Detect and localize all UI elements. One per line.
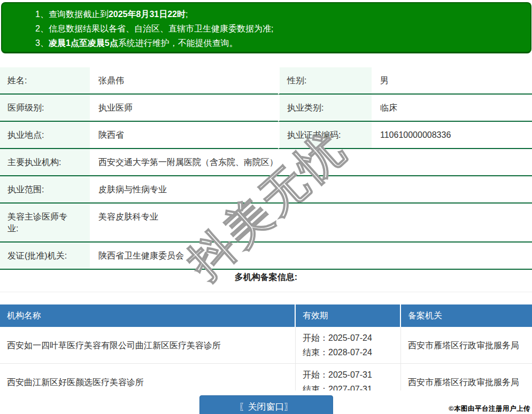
org-name-cell: 西安曲江新区好医颜选医疗美容诊所 xyxy=(0,364,296,390)
cosmetic-specialty-value: 美容皮肤科专业 xyxy=(90,204,532,243)
name-value: 张鼎伟 xyxy=(90,67,278,95)
doctor-level-label: 医师级别: xyxy=(0,95,90,122)
practice-category-value: 临床 xyxy=(372,95,532,122)
table-row: 美容主诊医师专业: 美容皮肤科专业 xyxy=(0,204,532,243)
practice-category-label: 执业类别: xyxy=(278,95,372,122)
practice-location-value: 陕西省 xyxy=(90,122,278,149)
validity-start: 开始：2025-07-31 xyxy=(303,368,396,382)
issuing-authority-label: 发证(批准)机关: xyxy=(0,243,90,270)
org-name-column-header: 机构名称 xyxy=(0,304,296,327)
doctor-level-value: 执业医师 xyxy=(90,95,278,122)
practice-scope-label: 执业范围: xyxy=(0,176,90,204)
validity-start: 开始：2025-07-24 xyxy=(303,331,396,345)
close-window-button[interactable]: 〖关闭窗口〗 xyxy=(199,395,333,414)
validity-end: 结束：2028-07-24 xyxy=(303,345,396,360)
main-org-label: 主要执业机构: xyxy=(0,149,90,176)
notice-line-2: 2、信息数据结果以各省、自治区、直辖市卫生健康委数据为准; xyxy=(35,21,530,36)
practitioner-info-table: 姓名: 张鼎伟 性别: 男 医师级别: 执业医师 执业类别: 临床 执业地点: … xyxy=(0,67,532,270)
notice-banner: 1、查询数据截止到2025年8月31日22时; 2、信息数据结果以各省、自治区、… xyxy=(1,2,531,53)
filing-authority-column-header: 备案机关 xyxy=(401,304,532,327)
table-row: 执业范围: 皮肤病与性病专业 xyxy=(0,176,532,204)
table-row: 姓名: 张鼎伟 性别: 男 xyxy=(0,67,532,95)
notice-line-3: 3、凌晨1点至凌晨5点系统进行维护，不能提供查询。 xyxy=(35,36,530,50)
certificate-number-label: 执业证书编码: xyxy=(278,122,372,149)
filing-authority-cell: 西安市雁塔区行政审批服务局 xyxy=(401,364,532,390)
divider xyxy=(0,292,532,292)
validity-end: 结束：2027-07-31 xyxy=(303,382,396,390)
filing-authority-cell: 西安市雁塔区行政审批服务局 xyxy=(401,327,532,364)
name-label: 姓名: xyxy=(0,67,90,95)
org-name-cell: 西安如一四叶草医疗美容有限公司曲江新区医疗美容诊所 xyxy=(0,327,296,364)
table-row: 西安曲江新区好医颜选医疗美容诊所 开始：2025-07-31 结束：2027-0… xyxy=(0,364,532,390)
table-row: 执业地点: 陕西省 执业证书编码: 110610000008336 xyxy=(0,122,532,149)
records-header-row: 机构名称 有效期 备案机关 xyxy=(0,304,532,327)
practice-scope-value: 皮肤病与性病专业 xyxy=(90,176,532,204)
certificate-number-value: 110610000008336 xyxy=(372,122,532,149)
gender-label: 性别: xyxy=(278,67,372,95)
table-row: 医师级别: 执业医师 执业类别: 临床 xyxy=(0,95,532,122)
records-table-viewport: 机构名称 有效期 备案机关 西安如一四叶草医疗美容有限公司曲江新区医疗美容诊所 … xyxy=(0,304,532,390)
cosmetic-specialty-label: 美容主诊医师专业: xyxy=(0,204,90,243)
validity-cell: 开始：2025-07-24 结束：2028-07-24 xyxy=(296,327,401,364)
main-org-value: 西安交通大学第一附属医院（含东院、南院区） xyxy=(90,149,532,176)
validity-column-header: 有效期 xyxy=(296,304,401,327)
records-table: 机构名称 有效期 备案机关 西安如一四叶草医疗美容有限公司曲江新区医疗美容诊所 … xyxy=(0,304,532,390)
issuing-authority-value: 陕西省卫生健康委员会 xyxy=(90,243,532,270)
table-row: 发证(批准)机关: 陕西省卫生健康委员会 xyxy=(0,243,532,270)
multi-org-section-title: 多机构备案信息: xyxy=(0,272,532,283)
gender-value: 男 xyxy=(372,67,532,95)
upload-attribution-watermark: ©本图由平台注册用户上传 xyxy=(449,404,530,413)
table-row: 西安如一四叶草医疗美容有限公司曲江新区医疗美容诊所 开始：2025-07-24 … xyxy=(0,327,532,364)
notice-line-1: 1、查询数据截止到2025年8月31日22时; xyxy=(35,7,530,21)
practice-location-label: 执业地点: xyxy=(0,122,90,149)
table-row: 主要执业机构: 西安交通大学第一附属医院（含东院、南院区） xyxy=(0,149,532,176)
validity-cell: 开始：2025-07-31 结束：2027-07-31 xyxy=(296,364,401,390)
